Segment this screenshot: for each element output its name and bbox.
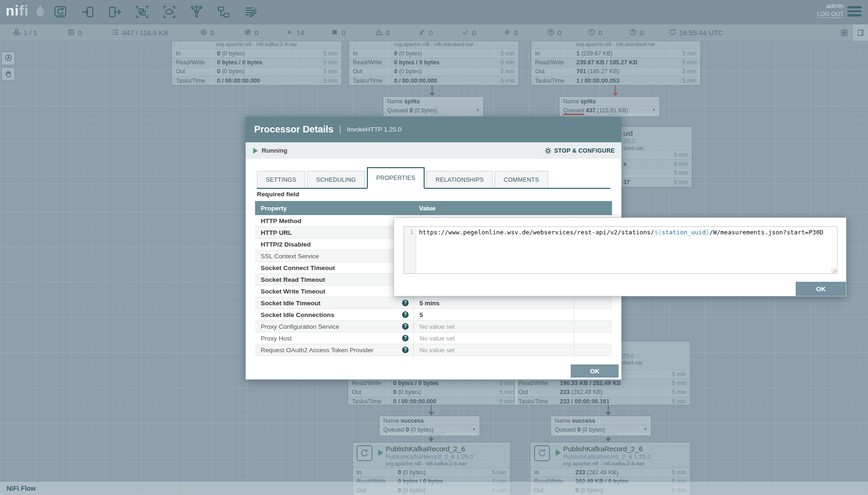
property-value-cell[interactable]: 5 mins: [413, 297, 574, 309]
popup-ok-button[interactable]: OK: [796, 282, 846, 296]
property-value-cell[interactable]: No value set: [413, 356, 574, 357]
property-value: 5: [419, 311, 423, 318]
breadcrumb[interactable]: NiFi Flow: [7, 485, 36, 492]
disabled-status: 0: [418, 24, 433, 41]
stat-label: In: [353, 50, 394, 57]
stat-label: In: [535, 50, 576, 57]
stat-value: 701 (185.27 KB): [576, 68, 682, 75]
load-balance-icon: ◐: [477, 106, 480, 113]
property-row[interactable]: Socket Idle Connections?5: [255, 309, 612, 321]
tab-relationships[interactable]: RELATIONSHIPS: [426, 171, 493, 188]
queued-list-count: 447 / 118.5 KB: [122, 29, 168, 37]
proc-top-right[interactable]: org.apache.nifi - nifi-standard-narIn1 (…: [531, 39, 701, 85]
property-value-cell[interactable]: No value set: [413, 333, 574, 344]
empty-cell: [574, 333, 612, 344]
stat-value: 0 (0 bytes): [394, 68, 500, 75]
stat-row: Read/Write0 bytes / 0 bytes5 min: [172, 58, 341, 67]
stat-label: Tasks/Time: [519, 398, 560, 405]
stat-row: In0 (0 bytes)5 min: [349, 49, 519, 58]
stop-and-configure-button[interactable]: STOP & CONFIGURE: [544, 142, 615, 159]
logout-link[interactable]: LOG OUT: [817, 11, 844, 18]
property-name-cell: HTTP URL?: [255, 227, 413, 238]
property-row[interactable]: Request OAuth2 Access Token Provider?No …: [255, 344, 612, 356]
conn-success-right[interactable]: Name successQueued 0 (0 bytes)◐: [550, 416, 651, 436]
help-icon[interactable]: ?: [402, 335, 409, 341]
processor-header: PublishKafkaRecord_2_6PublishKafkaRecord…: [530, 442, 690, 468]
tab-comments[interactable]: COMMENTS: [495, 171, 548, 188]
stat-window: 5 min: [500, 68, 515, 75]
tab-properties[interactable]: PROPERTIES: [367, 167, 425, 189]
stat-row: Tasks/Time1 / 00:00:00.0535 min: [531, 76, 700, 85]
stat-row: In233 (282.49 KB)5 min: [530, 468, 690, 477]
property-name: SSL Context Service: [261, 253, 402, 260]
help-icon[interactable]: ?: [402, 323, 409, 330]
breadcrumb-bar: NiFi Flow: [0, 481, 868, 495]
property-column-header: Property: [255, 205, 413, 212]
value-editor[interactable]: 1 https://www.pegelonline.wsv.de/webserv…: [403, 226, 837, 274]
dialog-title: Processor Details: [254, 124, 333, 135]
connection-line: [432, 85, 433, 93]
tab-scheduling[interactable]: SCHEDULING: [307, 171, 365, 188]
running-indicator-icon: [378, 449, 383, 456]
funnel-icon[interactable]: [189, 4, 204, 19]
stat-label: Tasks/Time: [353, 77, 394, 84]
grid-view-icon[interactable]: [838, 29, 850, 36]
template-icon[interactable]: [216, 4, 231, 19]
size-progress-bar: [446, 433, 476, 434]
drop-icon: [34, 4, 47, 18]
stop-and-configure-label: STOP & CONFIGURE: [554, 147, 615, 154]
nifi-logo[interactable]: nifi: [6, 3, 47, 19]
help-icon[interactable]: ?: [402, 300, 409, 306]
global-menu-icon[interactable]: [847, 6, 861, 18]
value-editor-text[interactable]: https://www.pegelonline.wsv.de/webservic…: [416, 227, 837, 273]
stale-status: 0: [547, 24, 561, 41]
processor-icon[interactable]: [53, 4, 68, 19]
tab-settings[interactable]: SETTINGS: [257, 171, 305, 188]
stat-label: In: [356, 469, 398, 476]
property-row[interactable]: ?No value set: [255, 356, 612, 357]
resize-handle[interactable]: [831, 268, 837, 273]
label-icon[interactable]: [243, 4, 258, 19]
property-value-cell[interactable]: 5: [413, 309, 574, 320]
stat-label: Tasks/Time: [352, 398, 393, 405]
transmitting-status: 0: [200, 24, 214, 41]
process-group-icon[interactable]: [134, 4, 149, 19]
url-text: https://www.pegelonline.wsv.de/webservic…: [419, 229, 654, 236]
property-row[interactable]: Socket Idle Timeout?5 mins: [255, 297, 612, 309]
remote-process-group-icon[interactable]: [162, 4, 177, 19]
transmitting-count: 0: [210, 29, 214, 37]
queue-progress-bar: [383, 433, 427, 434]
dialog-state-row: Running STOP & CONFIGURE: [246, 142, 621, 159]
empty-cell: [574, 344, 612, 356]
stat-window: 5 min: [672, 380, 686, 387]
input-port-icon[interactable]: [80, 4, 95, 19]
help-icon[interactable]: ?: [402, 311, 409, 318]
property-name: HTTP URL: [261, 229, 402, 236]
dialog-header: Processor Details | InvokeHTTP 1.25.0: [246, 116, 621, 142]
property-row[interactable]: Proxy Configuration Service?No value set: [255, 321, 612, 333]
thread-grid-icon: [68, 29, 75, 37]
connection-line: [615, 85, 616, 93]
output-port-icon[interactable]: [107, 4, 122, 19]
stat-label: Read/Write: [353, 59, 394, 66]
navigate-palette-button[interactable]: [1, 52, 15, 65]
stat-row: Read/Write0 bytes / 0 bytes5 min: [348, 379, 518, 387]
operate-palette-button[interactable]: [1, 67, 15, 81]
property-name: Proxy Configuration Service: [261, 323, 402, 330]
conn-splits-right[interactable]: Name splitsQueued 437 (115.91 KB)◐: [559, 96, 660, 117]
stat-window: 5 min: [674, 170, 688, 176]
proc-top-mid[interactable]: org.apache.nifi - nifi-standard-narIn0 (…: [349, 39, 519, 85]
property-row[interactable]: Proxy Host?No value set: [255, 333, 612, 344]
help-icon[interactable]: ?: [402, 347, 409, 353]
stat-label: Out: [176, 68, 217, 75]
proc-top-left[interactable]: org.apache.nifi - nifi-kafka-2-6-narIn0 …: [171, 39, 342, 85]
stat-label: Out: [352, 389, 393, 395]
dialog-ok-button[interactable]: OK: [571, 364, 619, 378]
conn-splits-left[interactable]: Name splitsQueued 0 (0 bytes)◐: [383, 96, 484, 117]
property-value-cell[interactable]: No value set: [413, 321, 574, 332]
conn-success-left[interactable]: Name successQueued 0 (0 bytes)◐: [379, 416, 480, 436]
property-value-cell[interactable]: No value set: [413, 344, 574, 356]
processor-type-icon: [356, 445, 372, 461]
empty-cell: [574, 321, 612, 332]
panel-icon[interactable]: [853, 24, 868, 41]
